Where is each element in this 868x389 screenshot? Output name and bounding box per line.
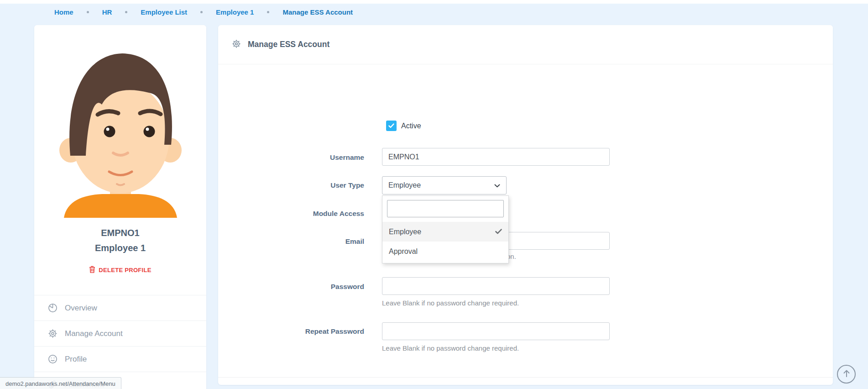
sidebar-item-label: Manage Account — [65, 329, 123, 338]
top-strip — [0, 0, 868, 4]
trash-icon — [89, 266, 95, 274]
sidebar-menu: Overview Manage Account Profile — [34, 295, 206, 389]
breadcrumb-employee-1[interactable]: Employee 1 — [216, 8, 254, 16]
employee-avatar — [58, 41, 183, 218]
password-hint: Leave Blank if no password change requir… — [382, 299, 519, 307]
avatar-shirt — [64, 194, 177, 218]
breadcrumb: Home HR Employee List Employee 1 Manage … — [54, 4, 353, 20]
repeat-password-input[interactable] — [382, 322, 610, 340]
password-input[interactable] — [382, 277, 610, 295]
dropdown-option-approval[interactable]: Approval — [382, 242, 508, 261]
delete-profile-button[interactable]: DELETE PROFILE — [86, 265, 154, 275]
dropdown-search-input[interactable] — [387, 200, 504, 217]
scroll-to-top-button[interactable] — [837, 365, 856, 384]
sidebar-item-manage-account[interactable]: Manage Account — [34, 321, 206, 346]
user-type-select[interactable]: Employee — [382, 176, 507, 194]
employee-name: Employee 1 — [34, 243, 206, 253]
dropdown-option-employee[interactable]: Employee — [382, 222, 508, 242]
breadcrumb-separator-icon — [125, 11, 127, 13]
option-label: Employee — [389, 228, 421, 236]
user-type-label: User Type — [232, 181, 364, 189]
pie-chart-icon — [48, 303, 58, 313]
dropdown-options: Employee Approval — [382, 222, 508, 261]
breadcrumb-separator-icon — [200, 11, 203, 13]
user-type-dropdown-panel: Employee Approval — [382, 195, 509, 263]
footer-divider — [218, 377, 833, 378]
breadcrumb-employee-list[interactable]: Employee List — [141, 8, 187, 16]
breadcrumb-home[interactable]: Home — [54, 8, 73, 16]
username-label: Username — [232, 153, 364, 162]
sidebar-item-label: Profile — [65, 355, 87, 364]
repeat-password-hint: Leave Blank if no password change requir… — [382, 344, 519, 352]
module-access-label: Module Access — [232, 210, 364, 218]
sidebar-item-profile[interactable]: Profile — [34, 346, 206, 372]
smiley-icon — [48, 354, 58, 364]
breadcrumb-hr[interactable]: HR — [102, 8, 112, 16]
arrow-up-icon — [843, 369, 850, 379]
employee-id: EMPNO1 — [34, 228, 206, 238]
active-label: Active — [401, 122, 421, 130]
check-icon — [495, 228, 502, 236]
active-checkbox[interactable] — [386, 121, 397, 131]
username-input[interactable] — [382, 148, 610, 166]
delete-profile-label: DELETE PROFILE — [99, 267, 151, 273]
gear-icon — [232, 39, 241, 50]
employee-sidebar-card: EMPNO1 Employee 1 DELETE PROFILE Overvie… — [34, 25, 206, 389]
manage-ess-account-card: Manage ESS Account Active Username User … — [218, 25, 833, 385]
option-label: Approval — [389, 247, 418, 256]
status-url-bubble: demo2.pandaworks.net/Attendance/Menu — [0, 377, 121, 389]
breadcrumb-separator-icon — [267, 11, 269, 13]
sidebar-item-label: Overview — [65, 304, 97, 313]
breadcrumb-manage-ess-account[interactable]: Manage ESS Account — [282, 8, 353, 16]
gear-icon — [48, 329, 58, 338]
breadcrumb-separator-icon — [87, 11, 89, 13]
sidebar-item-overview[interactable]: Overview — [34, 295, 206, 321]
ess-account-form: Active Username User Type Employee Modul… — [218, 64, 833, 385]
user-type-selected-value: Employee — [388, 181, 494, 189]
page-title: Manage ESS Account — [248, 40, 329, 49]
repeat-password-label: Repeat Password — [232, 327, 364, 336]
email-label: Email — [232, 237, 364, 246]
card-header: Manage ESS Account — [218, 25, 833, 64]
chevron-down-icon — [494, 181, 500, 189]
password-label: Password — [232, 283, 364, 291]
